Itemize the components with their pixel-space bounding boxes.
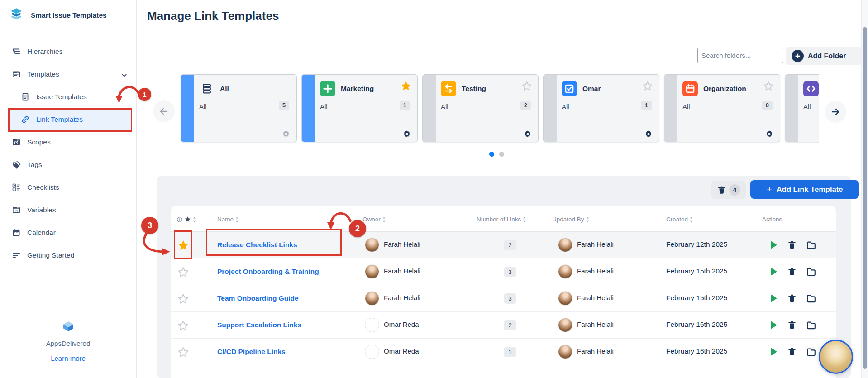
- folder-card-marketing[interactable]: MarketingAll1: [301, 74, 418, 142]
- folder-card-testing[interactable]: TestingAll2: [422, 74, 539, 142]
- gear-icon: [765, 129, 774, 139]
- sort-icon: [192, 216, 196, 223]
- header-star-column[interactable]: [176, 216, 196, 223]
- folder-count-badge: 1: [641, 101, 652, 110]
- links-count-badge: 2: [504, 240, 516, 250]
- table-row: CI/CD Pipeline LinksOmar Reda1Farah Hela…: [171, 339, 836, 365]
- folder-card-omar[interactable]: OmarAll1: [543, 74, 659, 142]
- sidebar-item-calendar[interactable]: Calendar: [0, 222, 136, 244]
- updated-by-name: Farah Helali: [577, 240, 614, 248]
- gear-icon: [644, 129, 653, 139]
- template-name-link[interactable]: Team Onboarding Guide: [217, 294, 299, 302]
- template-name-link[interactable]: CI/CD Pipeline Links: [217, 348, 286, 356]
- folder-name: Testing: [462, 85, 486, 93]
- carousel-dot-2[interactable]: [499, 152, 504, 157]
- apply-template-play-button[interactable]: [768, 267, 778, 277]
- sidebar-item-variables[interactable]: (x)Variables: [0, 199, 136, 222]
- folder-card-footer: [798, 125, 819, 142]
- add-folder-label: Add Folder: [808, 52, 846, 60]
- apply-template-play-button[interactable]: [768, 293, 778, 304]
- move-to-folder-button[interactable]: [806, 267, 816, 277]
- swap-icon: [443, 83, 454, 95]
- delete-template-button[interactable]: [787, 293, 797, 304]
- delete-template-button[interactable]: [787, 267, 797, 277]
- sidebar-item-tags[interactable]: Tags: [0, 154, 136, 177]
- star-outline-icon[interactable]: [177, 320, 189, 331]
- apply-template-play-button[interactable]: [768, 347, 778, 357]
- folder-settings-gear-icon[interactable]: [402, 129, 411, 139]
- appsdelivered-logo-icon: [61, 321, 76, 334]
- folder-settings-gear-icon[interactable]: [765, 129, 774, 139]
- trash-icon: [717, 185, 726, 195]
- gear-icon: [281, 129, 291, 139]
- created-date: February 12th 2025: [666, 240, 727, 249]
- star-filled-icon: [177, 239, 189, 251]
- folder-card-all[interactable]: AllAll5: [181, 74, 297, 142]
- delete-template-button[interactable]: [787, 347, 797, 357]
- sidebar-item-templates[interactable]: Templates: [0, 63, 136, 86]
- move-to-folder-button[interactable]: [806, 347, 816, 357]
- arrow-left-icon: [158, 106, 169, 117]
- trash-button[interactable]: 4: [711, 181, 746, 199]
- star-outline-icon[interactable]: [177, 266, 189, 278]
- updated-by-avatar: [558, 345, 572, 359]
- scrollbar: [861, 0, 868, 378]
- favorite-star-button[interactable]: [401, 81, 411, 91]
- favorite-star-button[interactable]: [763, 81, 774, 91]
- carousel-pagination: [489, 152, 504, 157]
- header-created[interactable]: Created: [666, 216, 693, 223]
- apply-template-play-button[interactable]: [768, 320, 778, 330]
- owner-name: Omar Reda: [384, 321, 419, 328]
- move-to-folder-button[interactable]: [806, 320, 816, 330]
- folder-scope-label: All: [199, 103, 207, 110]
- add-link-template-button[interactable]: + Add Link Template: [750, 180, 859, 199]
- add-folder-button[interactable]: + Add Folder: [786, 47, 861, 65]
- folder-row-icon: [806, 267, 816, 277]
- header-updated-by[interactable]: Updated By: [552, 216, 590, 223]
- database-icon: [201, 83, 213, 95]
- carousel-next-button[interactable]: [825, 101, 846, 123]
- sidebar-footer: AppsDelivered Learn more: [0, 321, 136, 362]
- move-to-folder-button[interactable]: [806, 240, 816, 250]
- sidebar-item-checklists[interactable]: Checklists: [0, 177, 136, 199]
- owner-avatar: [365, 238, 379, 252]
- template-name-link[interactable]: Support Escalation Links: [217, 321, 301, 329]
- move-to-folder-button[interactable]: [806, 293, 816, 304]
- star-outline-icon[interactable]: [177, 293, 189, 305]
- template-name-link[interactable]: Project Onboarding & Training: [217, 268, 319, 276]
- scrollbar-thumb[interactable]: [863, 27, 867, 369]
- template-name-link[interactable]: Release Checklist Links: [217, 241, 297, 249]
- updated-by-name: Farah Helali: [577, 294, 614, 301]
- sidebar-item-issue-templates[interactable]: Issue Templates: [0, 86, 136, 109]
- folder-count-badge: 0: [762, 101, 773, 110]
- sidebar-item-link-templates[interactable]: Link Templates: [0, 109, 136, 131]
- folder-card-partial[interactable]: All: [785, 74, 819, 142]
- links-count-badge: 2: [504, 320, 516, 330]
- delete-template-button[interactable]: [787, 320, 797, 330]
- folder-card-organization[interactable]: OrganizationAll0: [664, 74, 780, 142]
- folder-settings-gear-icon[interactable]: [644, 129, 653, 139]
- folder-card-stripe: [544, 75, 557, 142]
- delete-template-button[interactable]: [787, 240, 797, 250]
- folder-settings-gear-icon[interactable]: [281, 129, 291, 139]
- header-number-of-links[interactable]: Number of Links: [477, 216, 526, 223]
- page-title: Manage Link Templates: [147, 9, 279, 23]
- header-owner[interactable]: Owner: [362, 216, 386, 223]
- sidebar-item-hierarchies[interactable]: Hierarchies: [0, 41, 136, 63]
- support-widget-avatar[interactable]: [819, 340, 853, 374]
- favorite-star-button[interactable]: [521, 81, 532, 91]
- folder-type-tile: [320, 81, 335, 96]
- sidebar-item-getting-started[interactable]: Getting Started: [0, 244, 136, 267]
- favorite-star-button[interactable]: [642, 81, 653, 91]
- star-filled-icon[interactable]: [177, 239, 189, 251]
- header-name[interactable]: Name: [217, 216, 239, 223]
- sidebar-item-scopes[interactable]: Scopes: [0, 131, 136, 154]
- apply-template-play-button[interactable]: [768, 240, 778, 250]
- folder-settings-gear-icon[interactable]: [523, 129, 532, 139]
- star-outline-icon[interactable]: [177, 346, 189, 358]
- carousel-dot-1[interactable]: [489, 152, 494, 157]
- folder-card-stripe: [785, 75, 798, 142]
- search-folders-input[interactable]: [697, 48, 783, 63]
- learn-more-link[interactable]: Learn more: [0, 354, 136, 362]
- carousel-prev-button[interactable]: [153, 100, 175, 122]
